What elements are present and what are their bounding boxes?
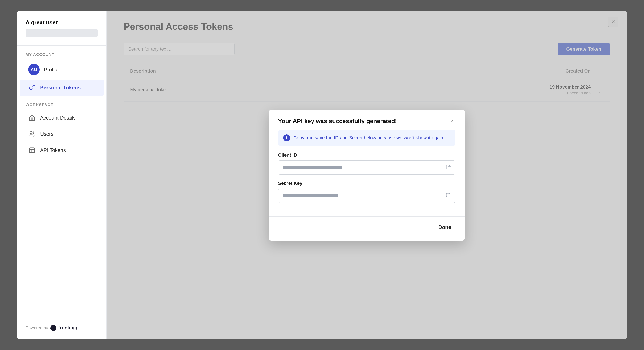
modal-body: i Copy and save the ID and Secret below … [269, 130, 465, 216]
svg-rect-5 [448, 195, 451, 198]
sidebar-personal-tokens-label: Personal Tokens [40, 85, 80, 91]
modal-footer: Done [269, 216, 465, 240]
sidebar-user-section: A great user [17, 19, 106, 46]
secret-key-masked [278, 190, 442, 201]
copy-secret-key-button[interactable] [442, 189, 455, 203]
copy-icon [446, 165, 452, 171]
frontegg-logo: frontegg [50, 325, 78, 331]
users-icon [28, 130, 36, 138]
sidebar-workspace-label: WORKSPACE [17, 96, 106, 110]
api-icon [28, 146, 36, 154]
frontegg-name: frontegg [58, 325, 78, 330]
modal-overlay: Your API key was successfully generated!… [106, 11, 627, 339]
info-message: Copy and save the ID and Secret below be… [294, 135, 444, 141]
frontegg-egg-icon [50, 325, 56, 331]
sidebar-account-details-label: Account Details [40, 115, 76, 121]
client-id-bar [282, 166, 342, 169]
sidebar-users-label: Users [40, 131, 54, 137]
sidebar-search-bar [26, 29, 98, 37]
secret-key-field-group: Secret Key [278, 181, 456, 203]
sidebar-api-tokens-label: API Tokens [40, 147, 66, 153]
sidebar-item-profile[interactable]: AU Profile [20, 60, 104, 80]
sidebar-footer: Powered by frontegg [17, 325, 106, 331]
secret-key-bar [282, 194, 338, 197]
api-key-modal: Your API key was successfully generated!… [269, 110, 465, 240]
svg-rect-4 [448, 167, 451, 170]
svg-rect-3 [30, 148, 34, 153]
secret-key-label: Secret Key [278, 181, 456, 186]
copy-icon [446, 193, 452, 199]
client-id-field-group: Client ID [278, 152, 456, 175]
info-banner: i Copy and save the ID and Secret below … [278, 130, 456, 146]
modal-header: Your API key was successfully generated!… [269, 110, 465, 130]
sidebar: A great user MY ACCOUNT AU Profile Perso… [17, 11, 106, 339]
client-id-label: Client ID [278, 152, 456, 158]
copy-client-id-button[interactable] [442, 161, 455, 174]
client-id-input-row [278, 160, 456, 175]
key-icon [28, 84, 36, 92]
sidebar-item-account-details[interactable]: Account Details [20, 110, 104, 126]
avatar: AU [28, 64, 40, 75]
client-id-masked [278, 162, 442, 173]
sidebar-item-personal-tokens[interactable]: Personal Tokens [20, 80, 104, 96]
sidebar-item-users[interactable]: Users [20, 126, 104, 142]
secret-key-input-row [278, 189, 456, 203]
building-icon [28, 114, 36, 122]
sidebar-my-account-label: MY ACCOUNT [17, 46, 106, 60]
sidebar-item-api-tokens[interactable]: API Tokens [20, 142, 104, 158]
modal-close-button[interactable]: × [448, 117, 456, 125]
svg-rect-1 [30, 117, 34, 120]
svg-point-2 [30, 132, 32, 134]
powered-by-label: Powered by [26, 325, 48, 330]
done-button[interactable]: Done [434, 222, 456, 233]
sidebar-username: A great user [26, 19, 98, 26]
sidebar-profile-label: Profile [44, 67, 58, 73]
modal-title: Your API key was successfully generated! [278, 118, 397, 125]
main-content: Personal Access Tokens Generate Token De… [106, 11, 627, 339]
info-icon: i [283, 134, 290, 141]
main-window: × A great user MY ACCOUNT AU Profile Per… [17, 11, 627, 339]
